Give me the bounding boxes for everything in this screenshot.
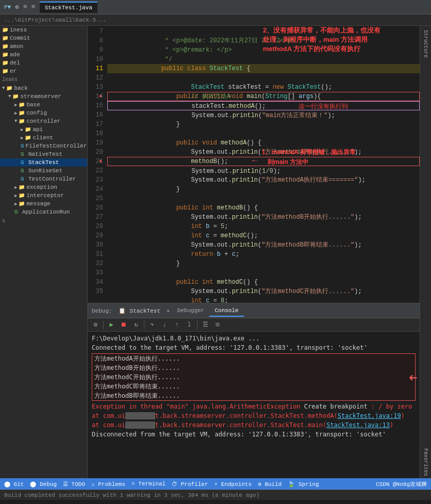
code-line-10: public class StackTest { (107, 55, 420, 64)
console-line-3: 方法methodA开始执行...... (92, 354, 415, 363)
sidebar-item-message[interactable]: ▶ 📁 message (0, 200, 87, 208)
status-spring[interactable]: 🍃 Spring (288, 481, 319, 487)
folder-icon: 📁 (2, 27, 8, 33)
folder-icon: 📁 (25, 135, 31, 141)
sidebar-item-ade[interactable]: 📁 ade (0, 51, 87, 59)
console-highlighted-block: ➜ 方法methodA开始执行...... 方法methodB开始执行.....… (92, 353, 416, 401)
status-todo[interactable]: ☰ TODO (63, 481, 85, 487)
debug-step-into-btn[interactable]: ↓ (159, 319, 170, 331)
status-profiler[interactable]: ⏱ Profiler (172, 481, 208, 487)
sidebar-item-stack-test[interactable]: G StackTest (0, 158, 87, 167)
status-endpoints[interactable]: ⚡ Endpoints (214, 481, 252, 487)
debug-evaluate-btn[interactable]: ☰ (200, 319, 211, 331)
status-terminal[interactable]: > Terminal (131, 481, 165, 487)
sidebar-item-sun-rise-set[interactable]: G SunRiseSet (0, 167, 87, 175)
line-num-28: 28 (88, 222, 103, 231)
top-bar-icon-p[interactable]: P▼ (4, 4, 11, 10)
sidebar-section-leaks: leaks (0, 75, 87, 84)
debug-close-icon[interactable]: ✕ (167, 307, 170, 314)
tab-console[interactable]: Console (209, 305, 243, 317)
sidebar-item-config[interactable]: ▶ 📁 config (0, 109, 87, 117)
sidebar-item-back[interactable]: ▼ 📁 back (0, 84, 87, 92)
sidebar-item-controller[interactable]: ▼ 📁 controller (0, 117, 87, 125)
console-line-stack1: at com.uiXXXXXXXXt.back.streamserver.con… (92, 411, 416, 420)
bottom-panel: Debug: 📋 StackTest ✕ Debugger Console ⚙ … (88, 303, 420, 478)
sidebar-item-er[interactable]: 📁 er (0, 67, 87, 75)
line-num-23: 23 (88, 175, 103, 185)
status-csdn: CSDN @No8g攻城狮 (376, 480, 427, 488)
sidebar-item-exception[interactable]: ▶ 📁 exception (0, 183, 87, 191)
sidebar-item-application-run[interactable]: G ApplicationRun (0, 208, 87, 216)
line-num-15: 15 ● (88, 101, 103, 110)
folder-icon: 📁 (6, 85, 12, 91)
sidebar-item-del[interactable]: 📁 del (0, 59, 87, 67)
top-bar-icon-menu2[interactable]: ≡ (31, 3, 36, 11)
code-line-19: System.out.println("方法methodA开始执行......"… (107, 138, 420, 148)
top-bar-icon-menu1[interactable]: ≡ (23, 3, 27, 11)
chevron-right-icon: ▶ (21, 127, 23, 133)
chevron-down-icon: ▼ (14, 119, 17, 124)
sidebar-item-base[interactable]: ▶ 📁 base (0, 101, 87, 109)
code-line-11: ▶ public static void main(String[] args)… (107, 64, 420, 73)
debug-restart-btn[interactable]: ↻ (130, 319, 142, 331)
code-line-13: // 执行方法A (107, 83, 420, 92)
sidebar-item-api[interactable]: ▶ 📁 api (0, 125, 87, 134)
sidebar-item-test-controller[interactable]: G TestController (0, 175, 87, 183)
line-num-19: 19 (88, 138, 103, 148)
folder-icon: 📁 (2, 68, 8, 74)
tab-active[interactable]: StackTest.java (40, 2, 97, 13)
folder-icon: 📁 (2, 52, 8, 58)
code-line-23: } (107, 175, 420, 185)
debug-title: Debug: (92, 308, 112, 314)
line-num-27: 27 (88, 213, 103, 222)
status-debug[interactable]: ⬤ Debug (30, 481, 57, 487)
favorites-panel[interactable]: Favorites (423, 448, 428, 476)
status-build[interactable]: ⚙ Build (258, 481, 281, 487)
stack-link-1[interactable]: StackTest.java:19 (338, 412, 401, 419)
sidebar-item-interceptor[interactable]: ▶ 📁 interceptor (0, 191, 87, 200)
chevron-right-icon: ▶ (21, 135, 23, 141)
sidebar-item-file-test-controller[interactable]: G FileTestController (0, 142, 87, 150)
sidebar-item-streamserver[interactable]: ▼ 📁 streamserver (0, 92, 87, 101)
console-line-disconnect: Disconnected from the target VM, address… (92, 430, 416, 439)
debug-step-out-btn[interactable]: ↑ (171, 319, 183, 331)
code-line-24 (107, 185, 420, 194)
chevron-down-icon: ▼ (2, 86, 5, 91)
structure-panel[interactable]: Structure (423, 30, 428, 58)
folder-icon: 📁 (2, 43, 8, 50)
code-line-31: } (107, 250, 420, 259)
sidebar-item-native-test[interactable]: G NativeTest (0, 150, 87, 158)
line-num-25: 25 (88, 194, 103, 203)
debug-tabs: Debug: 📋 StackTest ✕ Debugger Console (88, 304, 420, 318)
stack-link-2[interactable]: StackTest.java:13 (326, 421, 390, 429)
console-line-error: Exception in thread "main" java.lang.Ari… (92, 402, 416, 411)
sidebar-item-iness[interactable]: 📁 iness (0, 26, 87, 34)
line-num-18: 18 (88, 129, 103, 138)
sidebar-item-client[interactable]: ▶ 📁 client (0, 134, 87, 142)
status-problems[interactable]: ⚠ Problems (91, 481, 125, 487)
debug-settings-btn[interactable]: ⚙ (90, 319, 101, 331)
top-bar-icon-add[interactable]: ⊕ (15, 3, 19, 11)
code-line-8: * <p>@remark: </p> (107, 36, 420, 45)
folder-icon: 📁 (19, 201, 25, 207)
status-git[interactable]: ⬤ Git (4, 481, 24, 487)
code-line-28: int c = methodC(); (107, 222, 420, 231)
debug-resume-btn[interactable]: ▶ (106, 319, 117, 331)
top-bar: P▼ ⊕ ≡ ≡ StackTest.java (0, 0, 431, 14)
console-line-5: 方法methodC开始执行...... (92, 372, 415, 382)
sidebar-item-commit[interactable]: 📁 Commit (0, 34, 87, 42)
main-layout: 📁 iness 📁 Commit 📁 amon 📁 ade 📁 del 📁 er… (0, 26, 431, 478)
debug-stop-btn[interactable]: ⏹ (118, 319, 129, 331)
sidebar-item-amon[interactable]: 📁 amon (0, 42, 87, 51)
code-line-9: */ (107, 45, 420, 55)
tab-debugger[interactable]: Debugger (172, 305, 210, 317)
toolbar-divider (103, 321, 104, 329)
line-num-30: 30 (88, 240, 103, 250)
debug-frames-btn[interactable]: ⊡ (212, 319, 223, 331)
arrow-left-icon: ← (252, 156, 257, 166)
line-num-9: 9 (88, 45, 103, 55)
line-numbers: 7 8 9 10 11 12 13 14 15 ● 16 17 18 (88, 26, 107, 303)
debug-run-cursor-btn[interactable]: ⤵ (184, 319, 195, 331)
debug-step-over-btn[interactable]: ↷ (146, 319, 158, 331)
debug-session: StackTest (130, 308, 160, 314)
